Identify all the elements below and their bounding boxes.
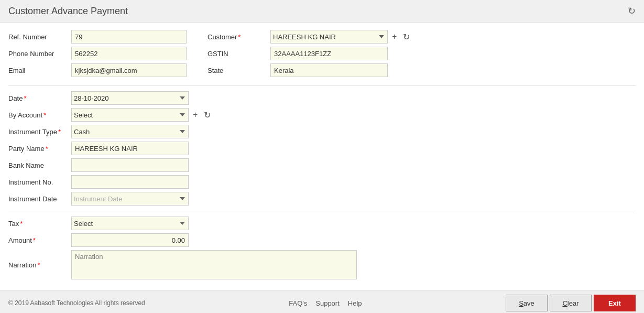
bank-name-row: Bank Name — [8, 158, 636, 172]
customer-required: * — [238, 33, 241, 41]
tax-select[interactable]: Select — [71, 217, 189, 230]
amount-input[interactable] — [71, 233, 189, 247]
state-row: State — [208, 63, 636, 77]
phone-number-input[interactable] — [71, 47, 187, 60]
customer-row: Customer * HAREESH KG NAIR + ↻ — [208, 30, 636, 44]
date-label: Date * — [8, 94, 71, 102]
refresh-button[interactable]: ↻ — [628, 5, 636, 17]
instrument-date-label: Instrument Date — [8, 195, 71, 203]
phone-number-label: Phone Number — [8, 50, 71, 58]
amount-row: Amount * — [8, 233, 636, 247]
party-name-label: Party Name * — [8, 145, 71, 153]
page-wrapper: Customer Advance Payment ↻ Ref. Number P… — [0, 0, 644, 313]
ref-number-label: Ref. Number — [8, 33, 71, 41]
instrument-type-row: Instrument Type * Cash — [8, 125, 636, 138]
by-account-row: By Account * Select + ↻ — [8, 108, 636, 122]
clear-label: Clear — [562, 299, 578, 307]
tax-label: Tax * — [8, 220, 71, 228]
title-bar: Customer Advance Payment ↻ — [0, 0, 644, 23]
gstin-input[interactable] — [270, 47, 388, 60]
exit-button[interactable]: Exit — [594, 295, 636, 311]
gstin-label: GSTIN — [208, 50, 270, 58]
footer: © 2019 Aabasoft Technologies All rights … — [0, 290, 644, 313]
date-select[interactable]: 28-10-2020 — [71, 91, 189, 105]
by-account-label: By Account * — [8, 111, 71, 119]
narration-label: Narration * — [8, 261, 71, 269]
by-account-select[interactable]: Select — [71, 108, 189, 122]
save-button[interactable]: Save — [506, 295, 548, 311]
instrument-no-row: Instrument No. — [8, 175, 636, 189]
clear-button[interactable]: Clear — [550, 295, 592, 311]
state-input[interactable] — [270, 63, 388, 77]
exit-label: Exit — [608, 299, 621, 307]
email-input[interactable] — [71, 63, 187, 77]
footer-links: FAQ's Support Help — [289, 299, 362, 307]
ref-number-input[interactable] — [71, 30, 187, 44]
save-label: Save — [519, 299, 534, 307]
email-label: Email — [8, 67, 71, 74]
instrument-no-label: Instrument No. — [8, 178, 71, 186]
instrument-date-row: Instrument Date Instrument Date — [8, 192, 636, 206]
ref-number-row: Ref. Number — [8, 30, 197, 44]
middle-section: Date * 28-10-2020 By Account * Select + … — [8, 91, 636, 206]
by-account-refresh-button[interactable]: ↻ — [202, 110, 213, 120]
bank-name-label: Bank Name — [8, 161, 71, 169]
tax-row: Tax * Select — [8, 217, 636, 230]
customer-refresh-button[interactable]: ↻ — [401, 32, 412, 42]
narration-row: Narration * — [8, 250, 636, 279]
main-content: Ref. Number Phone Number Email Customer — [0, 23, 644, 290]
help-link[interactable]: Help — [348, 299, 362, 307]
email-row: Email — [8, 63, 197, 77]
by-account-add-button[interactable]: + — [191, 110, 200, 120]
footer-copyright: © 2019 Aabasoft Technologies All rights … — [8, 299, 145, 307]
customer-add-button[interactable]: + — [390, 32, 399, 41]
customer-label: Customer * — [208, 33, 270, 41]
page-title: Customer Advance Payment — [8, 6, 128, 17]
right-column: Customer * HAREESH KG NAIR + ↻ GSTIN Sta… — [197, 30, 636, 80]
state-label: State — [208, 67, 270, 74]
support-link[interactable]: Support — [315, 299, 340, 307]
instrument-date-select[interactable]: Instrument Date — [71, 192, 189, 206]
party-name-row: Party Name * — [8, 142, 636, 155]
separator-2 — [8, 211, 636, 211]
top-section: Ref. Number Phone Number Email Customer — [8, 30, 636, 80]
instrument-type-label: Instrument Type * — [8, 128, 71, 136]
footer-buttons: Save Clear Exit — [506, 295, 636, 311]
customer-select[interactable]: HAREESH KG NAIR — [270, 30, 388, 44]
party-name-input[interactable] — [71, 142, 189, 155]
instrument-no-input[interactable] — [71, 175, 189, 189]
bottom-section: Tax * Select Amount * Narration * — [8, 217, 636, 279]
date-row: Date * 28-10-2020 — [8, 91, 636, 105]
narration-textarea[interactable] — [71, 250, 357, 279]
separator-1 — [8, 85, 636, 86]
faq-link[interactable]: FAQ's — [289, 299, 307, 307]
gstin-row: GSTIN — [208, 47, 636, 60]
instrument-type-select[interactable]: Cash — [71, 125, 189, 138]
phone-number-row: Phone Number — [8, 47, 197, 60]
bank-name-input[interactable] — [71, 158, 189, 172]
left-column: Ref. Number Phone Number Email — [8, 30, 197, 80]
amount-label: Amount * — [8, 236, 71, 244]
